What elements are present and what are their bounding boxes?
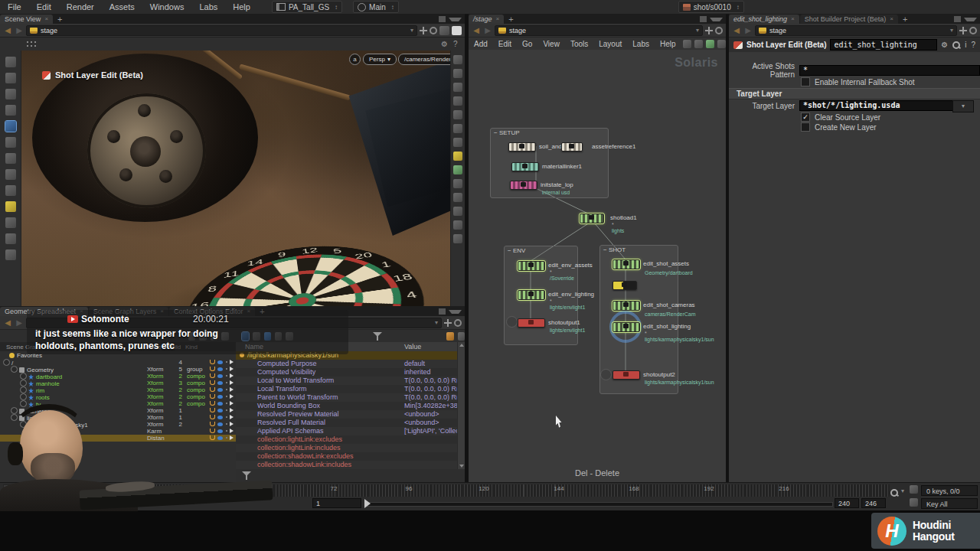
attr-row[interactable]: Applied API Schemas['LightAPI', 'Collect… xyxy=(236,427,458,435)
pose-tool-icon[interactable] xyxy=(5,137,16,148)
search-icon[interactable] xyxy=(890,486,898,500)
attr-row[interactable]: Computed Visibilityinherited xyxy=(236,368,458,377)
visualizers-icon[interactable] xyxy=(453,193,462,202)
output-badge-icon[interactable] xyxy=(506,316,518,328)
display-wireframe-icon[interactable] xyxy=(453,83,462,92)
attr-row-collection[interactable]: collection:lightLink:includes xyxy=(236,444,458,452)
node-shotload1[interactable]: shotload1 * lights xyxy=(580,214,604,223)
display-options-icon[interactable] xyxy=(452,26,462,35)
overlays-icon[interactable] xyxy=(453,234,462,243)
node-shotoutput2[interactable]: shotoutput2 lights/karmaphysicalsky1/sun xyxy=(612,370,640,380)
key-mode-dropdown[interactable]: Key All Channels xyxy=(921,498,978,509)
pane-maximize-icon[interactable] xyxy=(439,308,446,315)
attr-row-collection[interactable]: collection:shadowLink:excludes xyxy=(236,452,458,461)
camera-lock-icon[interactable]: a xyxy=(349,54,361,65)
target-layer-input[interactable]: *shot/*/lighting.usda xyxy=(799,100,954,111)
menu-edit[interactable]: Edit xyxy=(493,40,517,48)
node-edit-shot-assets[interactable]: edit_shot_assets Geometry/dartboard xyxy=(612,259,640,269)
current-frame-marker[interactable]: 1 xyxy=(109,484,119,495)
camera-tool-icon[interactable] xyxy=(5,249,16,260)
tab-stage[interactable]: /stage× xyxy=(469,15,504,24)
view-tool-icon[interactable] xyxy=(5,169,16,180)
search-icon[interactable] xyxy=(952,41,960,49)
attr-row[interactable]: World Bounding BoxMin[3.40282e+38 3... xyxy=(236,402,458,410)
pane-menu-icon[interactable] xyxy=(710,18,723,21)
close-tab-icon[interactable]: × xyxy=(44,15,48,24)
attr-row[interactable]: Computed Purposedefault xyxy=(236,360,458,368)
tree-row-manhole[interactable]: manhole Xform3compo xyxy=(0,380,236,386)
close-tab-icon[interactable]: × xyxy=(496,15,500,24)
pane-menu-icon[interactable] xyxy=(449,18,462,21)
select-tool-icon[interactable] xyxy=(5,57,16,67)
tree-list-icon[interactable] xyxy=(694,40,703,48)
desktop-selector[interactable]: PA_Tall_GS ↕ xyxy=(272,1,342,13)
menu-add[interactable]: Add xyxy=(469,40,493,48)
range-slider[interactable] xyxy=(364,502,833,507)
pane-menu-icon[interactable] xyxy=(449,310,462,314)
node-edit-env-lighting[interactable]: edit_env_lighting * lights/envlight1 xyxy=(518,290,545,300)
display-points-icon[interactable] xyxy=(453,55,462,64)
back-arrow-icon[interactable]: ◀ xyxy=(3,26,12,34)
frame-ruler[interactable]: 24 48 72 96 120 144 168 192 216 xyxy=(100,484,890,497)
scrollbar[interactable] xyxy=(457,342,465,469)
tree-row-geometry[interactable]: Geometry Xform5group xyxy=(0,366,236,373)
chevron-down-icon[interactable]: ▾ xyxy=(901,487,904,494)
tab-edit-shot-lighting[interactable]: edit_shot_lighting× xyxy=(729,15,799,24)
node-initstate-lop[interactable]: initstate_lop internal usd xyxy=(510,181,537,190)
chevron-down-icon[interactable]: ▾ xyxy=(950,27,953,34)
node-soil-and-floor[interactable]: soil_and_floor xyxy=(508,142,536,152)
node-shotoutput1[interactable]: shotoutput1 lights/envlight1 xyxy=(518,318,545,328)
range-end-field[interactable]: 240 xyxy=(835,498,859,508)
forward-arrow-icon[interactable]: ▶ xyxy=(15,318,24,327)
help-icon[interactable]: ? xyxy=(971,41,975,49)
pane-menu-icon[interactable] xyxy=(964,18,977,21)
help-icon[interactable] xyxy=(458,332,465,341)
tab-shot-builder-project[interactable]: Shot Builder Project (Beta)× xyxy=(800,15,898,24)
visibility-eye-icon[interactable] xyxy=(217,360,223,364)
path-field[interactable]: stage ▾ xyxy=(26,25,417,36)
pin-icon[interactable] xyxy=(420,27,427,34)
menu-assets[interactable]: Assets xyxy=(102,0,142,14)
display-normals-icon[interactable] xyxy=(453,69,462,78)
range-start-field[interactable]: 1 xyxy=(312,498,361,508)
pane-maximize-icon[interactable] xyxy=(700,16,707,22)
attr-row[interactable]: Parent to World TransformT(0.0, 0.0, 0.0… xyxy=(236,393,458,402)
filter-funnel-icon[interactable] xyxy=(373,332,381,341)
background-icon[interactable] xyxy=(453,220,462,230)
measure-tool-icon[interactable] xyxy=(5,217,16,228)
shot-selector[interactable]: shot/s0010 ↕ xyxy=(678,1,744,13)
menu-file[interactable]: File xyxy=(0,0,29,14)
display-lights-icon[interactable] xyxy=(453,124,462,133)
light-tool-icon[interactable] xyxy=(5,185,16,196)
forward-arrow-icon[interactable]: ▶ xyxy=(483,26,492,34)
global-end-field[interactable]: 246 xyxy=(861,498,886,508)
attr-row[interactable]: Local TransformT(0.0, 0.0, 0.0) R(-4... xyxy=(236,385,458,393)
node-edit-env-assets[interactable]: edit_env_assets * /Soverride xyxy=(518,261,545,271)
step-back-button[interactable]: ◀ xyxy=(16,484,29,497)
target-layer-dropdown[interactable]: ▾ xyxy=(952,100,974,112)
chevron-down-icon[interactable]: ▾ xyxy=(410,27,413,34)
close-tab-icon[interactable]: × xyxy=(791,15,795,24)
group-list-icon[interactable] xyxy=(453,179,462,188)
radial-menu-icon[interactable] xyxy=(454,319,462,327)
menu-render[interactable]: Render xyxy=(59,0,102,14)
active-shots-input[interactable]: * xyxy=(799,65,980,76)
menu-labs[interactable]: Labs xyxy=(191,0,225,14)
node-edit-shot-lighting[interactable]: edit_shot_lighting * lights/karmaphysica… xyxy=(612,322,640,332)
tab-scene-view[interactable]: Scene View× xyxy=(0,15,53,24)
clear-source-checkbox[interactable]: ✓ xyxy=(801,112,810,122)
radial-menu-icon[interactable] xyxy=(969,27,977,34)
menu-labs[interactable]: Labs xyxy=(627,40,655,48)
tree-row-tv[interactable]: tv Xform2compo xyxy=(0,400,236,407)
help-icon[interactable]: ? xyxy=(453,40,458,48)
grid-snap-icon[interactable] xyxy=(706,40,714,48)
tree-row-lights[interactable]: lights Xform1 xyxy=(0,414,236,421)
node-assetreference1[interactable]: assetreference1 xyxy=(561,142,583,152)
menu-windows[interactable]: Windows xyxy=(142,0,192,14)
pane-maximize-icon[interactable] xyxy=(439,16,446,22)
gear-icon[interactable]: ⚙ xyxy=(941,41,948,49)
tree-row-rim[interactable]: rim Xform2compo xyxy=(0,386,236,393)
activate-icon[interactable] xyxy=(210,360,215,364)
snap-tool-icon[interactable] xyxy=(5,153,16,164)
pane-maximize-icon[interactable] xyxy=(954,16,961,22)
